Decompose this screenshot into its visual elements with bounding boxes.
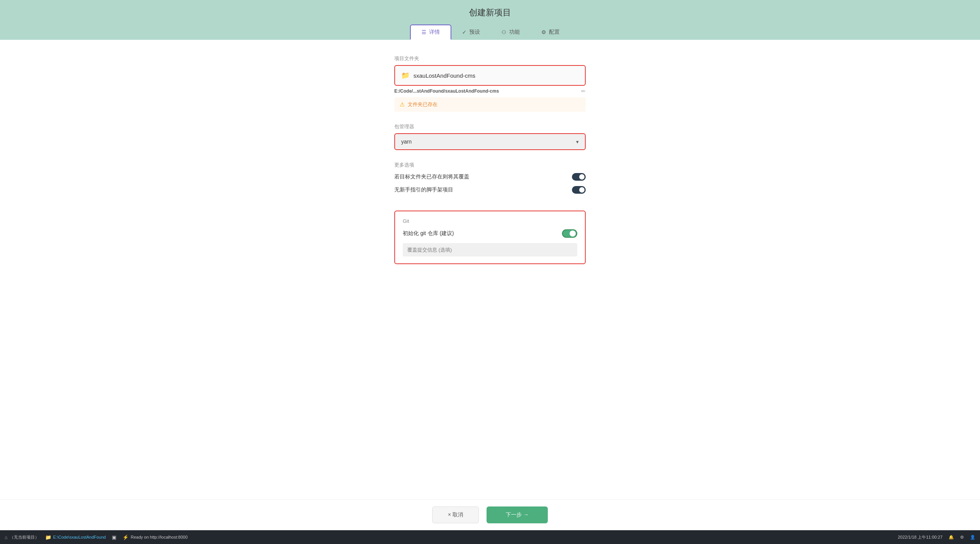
option-row-no-guide: 无新手指引的脚手架项目 [394, 186, 586, 194]
details-icon: ☰ [421, 29, 426, 35]
person-icon: 👤 [970, 535, 975, 540]
tab-bar: ☰ 详情 ✓ 预设 ⚇ 功能 ⚙ 配置 [410, 25, 570, 40]
option-no-guide-toggle[interactable] [572, 186, 586, 194]
notification-icon[interactable]: 🔔 [949, 535, 954, 540]
option-row-overwrite: 若目标文件夹已存在则将其覆盖 [394, 173, 586, 181]
warning-box: ⚠ 文件夹已存在 [394, 97, 586, 112]
warning-text: 文件夹已存在 [408, 101, 438, 108]
tab-preset[interactable]: ✓ 预设 [451, 25, 491, 40]
settings-icon[interactable]: ⚙ [960, 535, 964, 540]
option-overwrite-toggle[interactable] [572, 173, 586, 181]
folder-status[interactable]: 📁 E:\Code\sxauLostAndFound [45, 534, 106, 540]
more-options-label: 更多选项 [394, 162, 586, 168]
option-overwrite-text: 若目标文件夹已存在则将其覆盖 [394, 173, 469, 180]
gear-icon: ⚙ [960, 535, 964, 540]
chevron-down-icon: ▾ [576, 139, 579, 145]
config-icon: ⚙ [541, 29, 546, 35]
package-manager-select[interactable]: yarn ▾ [394, 133, 586, 150]
footer: × 取消 下一步 → [0, 499, 980, 530]
git-commit-input[interactable] [403, 243, 577, 256]
folder-path: E:\Code\sxauLostAndFound [53, 535, 106, 539]
tab-details[interactable]: ☰ 详情 [410, 25, 451, 40]
folder-name: sxauLostAndFound-cms [413, 72, 475, 79]
folder-input-box[interactable]: 📁 sxauLostAndFound-cms [394, 65, 586, 86]
tab-config[interactable]: ⚙ 配置 [531, 25, 570, 40]
terminal-status[interactable]: ▣ [112, 534, 116, 540]
main-content: 项目文件夹 📁 sxauLostAndFound-cms E:/Code/...… [0, 40, 980, 544]
project-folder-label: 项目文件夹 [394, 55, 586, 62]
ready-text: Ready on http://localhost:8000 [131, 535, 188, 539]
git-init-text: 初始化 git 仓库 (建议) [403, 230, 454, 237]
option-no-guide-text: 无新手指引的脚手架项目 [394, 186, 453, 193]
git-section: Git 初始化 git 仓库 (建议) [394, 211, 586, 264]
path-row: E:/Code/...stAndFound/sxauLostAndFound-c… [394, 88, 586, 94]
datetime-status: 2022/1/18 上午11:00:27 [898, 534, 942, 540]
project-folder-section: 项目文件夹 📁 sxauLostAndFound-cms E:/Code/...… [394, 55, 586, 112]
tab-preset-label: 预设 [469, 29, 480, 36]
folder-icon: 📁 [401, 71, 410, 80]
package-manager-section: 包管理器 yarn ▾ [394, 123, 586, 150]
cancel-label: × 取消 [448, 511, 463, 518]
git-label: Git [403, 218, 577, 224]
path-text: E:/Code/...stAndFound/sxauLostAndFound-c… [394, 88, 499, 94]
lightning-icon: ⚡ [122, 534, 129, 540]
folder-status-icon: 📁 [45, 534, 51, 540]
ready-status: ⚡ Ready on http://localhost:8000 [122, 534, 188, 540]
git-init-row: 初始化 git 仓库 (建议) [403, 229, 577, 238]
more-options-section: 更多选项 若目标文件夹已存在则将其覆盖 无新手指引的脚手架项目 [394, 162, 586, 199]
home-icon: ⌂ [5, 534, 8, 540]
tab-details-label: 详情 [429, 29, 440, 36]
tab-features[interactable]: ⚇ 功能 [491, 25, 531, 40]
edit-path-icon[interactable]: ✏ [581, 88, 586, 94]
home-label: （无当前项目） [10, 534, 39, 540]
features-icon: ⚇ [501, 29, 506, 35]
package-manager-label: 包管理器 [394, 123, 586, 130]
form-content: 项目文件夹 📁 sxauLostAndFound-cms E:/Code/...… [394, 55, 586, 498]
tab-features-label: 功能 [509, 29, 520, 36]
datetime-text: 2022/1/18 上午11:00:27 [898, 534, 942, 540]
statusbar-left: ⌂ （无当前项目） 📁 E:\Code\sxauLostAndFound ▣ ⚡… [5, 534, 188, 540]
header: 创建新项目 ☰ 详情 ✓ 预设 ⚇ 功能 ⚙ 配置 [0, 0, 980, 40]
terminal-icon: ▣ [112, 534, 116, 540]
user-icon[interactable]: 👤 [970, 535, 975, 540]
next-button[interactable]: 下一步 → [487, 506, 548, 523]
statusbar: ⌂ （无当前项目） 📁 E:\Code\sxauLostAndFound ▣ ⚡… [0, 530, 980, 544]
warning-icon: ⚠ [400, 101, 405, 108]
page-title: 创建新项目 [469, 7, 511, 18]
cancel-button[interactable]: × 取消 [432, 506, 479, 523]
preset-icon: ✓ [462, 29, 467, 35]
git-init-toggle[interactable] [562, 229, 577, 238]
bell-icon: 🔔 [949, 535, 954, 540]
tab-config-label: 配置 [549, 29, 560, 36]
next-label: 下一步 → [506, 511, 529, 518]
home-status: ⌂ （无当前项目） [5, 534, 39, 540]
statusbar-right: 2022/1/18 上午11:00:27 🔔 ⚙ 👤 [898, 534, 975, 540]
package-manager-value: yarn [401, 139, 412, 145]
